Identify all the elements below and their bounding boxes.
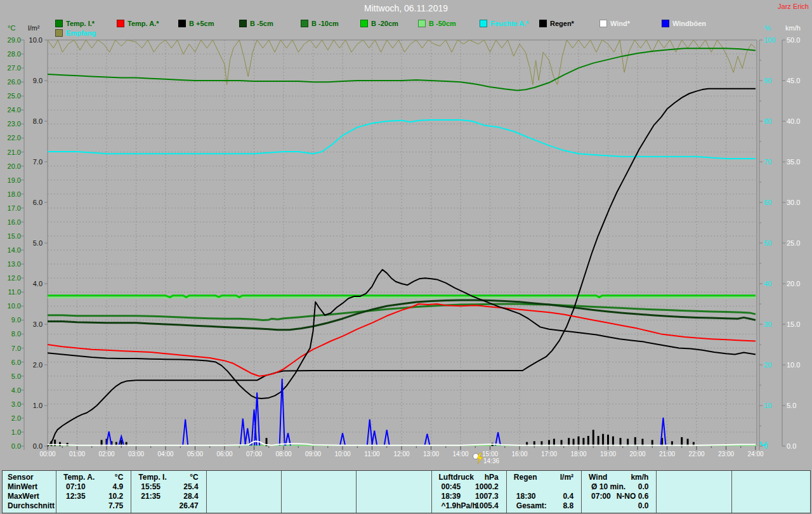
- table-separator: [206, 471, 207, 513]
- tick-label-celsius: 24.0: [1, 106, 21, 114]
- tick-label-kmh: 40.0: [787, 117, 800, 125]
- tick-label-celsius: 9.0: [1, 316, 21, 324]
- legend-item-b-5cm[interactable]: B +5cm: [178, 20, 214, 27]
- tick-label-hour: 23:00: [718, 451, 734, 458]
- gust-spike: [107, 432, 112, 445]
- tick-label-celsius: 2.0: [1, 414, 21, 422]
- tick-label-percent: 90: [764, 77, 771, 84]
- tick-label-lm2: 6.0: [24, 199, 43, 206]
- tick-label-celsius: 21.0: [1, 148, 21, 156]
- tick-label-kmh: 20.0: [787, 280, 800, 287]
- legend-swatch: [239, 20, 247, 27]
- series-b-10cm: [48, 304, 756, 320]
- legend-swatch: [539, 20, 547, 27]
- tick-label-lm2: 3.0: [24, 320, 43, 328]
- table-cell: 0.4: [514, 492, 573, 501]
- gust-spike: [495, 432, 501, 445]
- tick-label-lm2: 8.0: [24, 117, 43, 125]
- tick-label-lm2: 4.0: [24, 280, 43, 287]
- tick-label-kmh: 10.0: [787, 361, 800, 369]
- tick-label-celsius: 15.0: [1, 232, 21, 240]
- tick-label-celsius: 1.0: [1, 428, 21, 436]
- tick-label-lm2: 9.0: [24, 77, 43, 84]
- rain-bar: [593, 430, 594, 446]
- legend-item-b-5cm[interactable]: B -5cm: [239, 20, 273, 27]
- table-separator: [281, 471, 282, 513]
- tick-label-celsius: 25.0: [1, 92, 21, 100]
- rain-bar: [598, 436, 599, 446]
- table-separator: [431, 471, 432, 513]
- legend-label: Windböen: [672, 20, 706, 27]
- tick-label-celsius: 5.0: [1, 372, 21, 380]
- sunset-time-label: 14:36: [483, 458, 499, 465]
- legend-swatch: [662, 20, 669, 27]
- legend-label: B -50cm: [429, 20, 456, 27]
- table-cell: 26.47: [138, 501, 198, 510]
- rain-bar: [51, 441, 53, 446]
- legend-item-wind[interactable]: Wind*: [599, 20, 630, 27]
- weather-app-window: { "header": {"title": "Mittwoch, 06.11.2…: [0, 0, 812, 514]
- table-cell: l/m²: [514, 473, 573, 482]
- rain-bar: [612, 437, 614, 446]
- rain-bar: [59, 442, 61, 446]
- tick-label-celsius: 6.0: [1, 359, 21, 366]
- tick-label-hour: 03:00: [128, 451, 144, 458]
- table-separator: [506, 471, 507, 513]
- legend-label: B -10cm: [311, 20, 339, 27]
- tick-label-celsius: 20.0: [1, 162, 21, 170]
- tick-label-hour: 08:00: [275, 451, 291, 458]
- table-cell: 25.4: [138, 482, 198, 491]
- legend-label: Temp. I.*: [66, 20, 95, 27]
- legend-label: B +5cm: [189, 20, 214, 27]
- table-separator: [356, 471, 357, 513]
- gust-spike: [254, 393, 259, 445]
- legend-item-feuchte-a[interactable]: Feuchte A.*: [480, 20, 528, 27]
- tick-label-celsius: 26.0: [1, 78, 21, 86]
- table-cell: 8.8: [514, 501, 573, 510]
- gust-spike: [424, 434, 429, 445]
- tick-label-hour: 19:00: [600, 451, 616, 458]
- tick-label-hour: 10:00: [334, 451, 350, 458]
- tick-label-hour: 13:00: [423, 451, 439, 458]
- gust-spike: [372, 431, 377, 445]
- series-b-plus5cm: [48, 270, 756, 399]
- legend-item-empfang[interactable]: Empfang: [55, 29, 96, 37]
- tick-label-kmh: 35.0: [787, 158, 800, 166]
- tick-label-celsius: 10.0: [1, 302, 21, 310]
- rain-bar: [602, 434, 604, 446]
- legend-item-b-10cm[interactable]: B -10cm: [301, 20, 339, 27]
- legend-label: Empfang: [66, 29, 96, 37]
- tick-label-lm2: 1.0: [24, 402, 43, 409]
- tick-label-lm2: 2.0: [24, 361, 43, 369]
- legend-item-windb-en[interactable]: Windböen: [662, 20, 706, 27]
- gust-spike: [245, 428, 250, 445]
- table-separator: [131, 471, 131, 513]
- tick-label-celsius: 12.0: [1, 274, 21, 282]
- tick-label-kmh: 5.0: [787, 402, 796, 409]
- legend-swatch: [117, 20, 124, 27]
- tick-label-hour: 01:00: [69, 451, 85, 458]
- table-row-label: Durchschnitt: [8, 501, 55, 510]
- table-cell: 1000.2: [439, 482, 499, 491]
- table-cell: 1007.3: [439, 492, 499, 501]
- legend-item-temp-i[interactable]: Temp. I.*: [55, 20, 95, 27]
- legend-item-b-20cm[interactable]: B -20cm: [360, 20, 398, 27]
- tick-label-hour: 21:00: [659, 451, 675, 458]
- tick-label-hour: 17:00: [541, 451, 557, 458]
- legend-label: Temp. A.*: [128, 20, 159, 27]
- tick-label-hour: 24:00: [747, 451, 763, 458]
- tick-label-kmh: 15.0: [787, 320, 800, 328]
- tick-label-lm2: 10.0: [24, 36, 43, 44]
- tick-label-percent: 60: [764, 199, 771, 206]
- tick-label-celsius: 22.0: [1, 134, 21, 142]
- table-cell: 4.9: [63, 482, 123, 491]
- table-separator: [56, 471, 56, 513]
- legend-label: B -5cm: [250, 20, 273, 27]
- tick-label-percent: 30: [764, 320, 771, 328]
- legend-item-temp-a[interactable]: Temp. A.*: [117, 20, 159, 27]
- tick-label-percent: 100: [764, 36, 775, 44]
- tick-label-hour: 05:00: [187, 451, 203, 458]
- legend-item-regen[interactable]: Regen*: [539, 20, 574, 27]
- legend-item-b-50cm[interactable]: B -50cm: [418, 20, 456, 27]
- table-cell: 0.0: [589, 501, 648, 510]
